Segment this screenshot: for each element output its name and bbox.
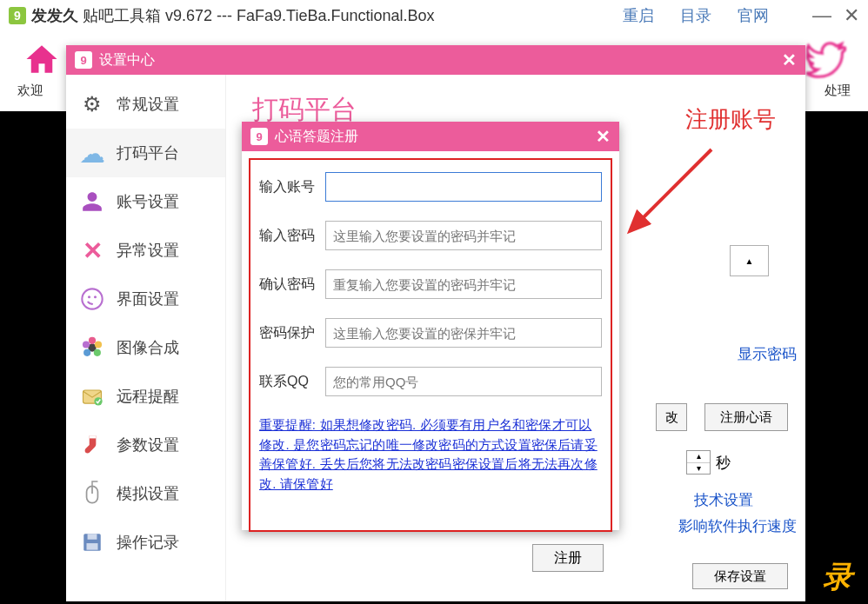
- nav-label: 打码平台: [117, 143, 179, 163]
- seconds-spinner: ▴▾ 秒: [686, 450, 731, 475]
- annotation-label: 注册账号: [685, 104, 776, 135]
- dialog-logo-icon: 9: [250, 128, 268, 145]
- nav-account[interactable]: 账号设置: [66, 177, 225, 226]
- nav-label: 远程提醒: [117, 386, 179, 407]
- nav-label: 模拟设置: [117, 483, 179, 504]
- mouse-icon: [78, 480, 106, 508]
- seconds-unit: 秒: [716, 453, 731, 473]
- svg-point-1: [88, 295, 90, 298]
- nav-label: 界面设置: [117, 289, 179, 309]
- save-settings-button[interactable]: 保存设置: [692, 563, 788, 589]
- title-links: 重启 目录 官网 — ✕: [623, 4, 859, 27]
- close-button[interactable]: ✕: [844, 4, 859, 27]
- nav-image[interactable]: 图像合成: [66, 323, 225, 372]
- show-password-link[interactable]: 显示密码: [738, 344, 797, 364]
- user-icon: [78, 188, 106, 216]
- nav-oprec[interactable]: 操作记录: [66, 518, 225, 567]
- nav-label: 账号设置: [117, 191, 179, 212]
- caret-icon: ▲: [745, 256, 754, 266]
- mail-icon: [78, 382, 106, 410]
- bird-icon[interactable]: [802, 35, 851, 83]
- svg-point-5: [95, 341, 102, 348]
- catalog-link[interactable]: 目录: [680, 5, 711, 26]
- svg-point-8: [83, 341, 90, 348]
- nav-dama[interactable]: ☁ 打码平台: [66, 129, 225, 177]
- settings-sidebar: ⚙ 常规设置 ☁ 打码平台 账号设置 ✕ 异常设置 界面设置: [66, 75, 226, 601]
- settings-dialog-title: 设置中心: [99, 51, 155, 70]
- password-input[interactable]: [325, 221, 602, 250]
- right-toolbar-label: 处理: [825, 83, 851, 99]
- register-submit-button[interactable]: 注册: [532, 544, 604, 572]
- minimize-button[interactable]: —: [812, 4, 831, 27]
- confirm-label: 确认密码: [259, 275, 325, 294]
- qq-input[interactable]: [325, 367, 602, 396]
- settings-close-button[interactable]: ✕: [782, 50, 797, 70]
- svg-point-7: [83, 349, 90, 356]
- nav-params[interactable]: 参数设置: [66, 421, 225, 469]
- account-label: 输入账号: [259, 178, 325, 196]
- floppy-icon: [78, 528, 106, 556]
- svg-rect-15: [88, 534, 97, 540]
- svg-point-6: [94, 349, 101, 356]
- nav-label: 常规设置: [117, 94, 179, 115]
- flower-icon: [78, 334, 106, 362]
- dialog-logo-icon: 9: [75, 51, 92, 69]
- qq-label: 联系QQ: [259, 373, 325, 391]
- svg-point-2: [94, 295, 97, 298]
- password-label: 输入密码: [259, 227, 325, 245]
- nav-label: 参数设置: [117, 435, 179, 455]
- protect-input[interactable]: [325, 318, 602, 348]
- restart-link[interactable]: 重启: [623, 5, 654, 26]
- nav-exception[interactable]: ✕ 异常设置: [66, 226, 225, 275]
- home-icon[interactable]: [17, 35, 66, 83]
- nav-label: 异常设置: [117, 240, 179, 261]
- modify-button[interactable]: 改: [656, 403, 687, 431]
- svg-rect-11: [90, 435, 97, 438]
- welcome-label: 欢迎: [17, 83, 43, 99]
- sock-icon: [78, 431, 106, 459]
- platform-dropdown[interactable]: ▲: [730, 245, 769, 276]
- account-input[interactable]: [325, 172, 602, 202]
- register-close-button[interactable]: ✕: [596, 126, 611, 147]
- svg-rect-16: [87, 543, 98, 550]
- x-icon: ✕: [78, 236, 106, 264]
- nav-interface[interactable]: 界面设置: [66, 275, 225, 323]
- nav-remote[interactable]: 远程提醒: [66, 372, 225, 421]
- app-logo-icon: 9: [9, 7, 26, 24]
- register-dialog-header: 9 心语答题注册 ✕: [242, 122, 619, 151]
- corner-text: 录: [823, 557, 852, 597]
- nav-label: 操作记录: [117, 532, 179, 553]
- nav-general[interactable]: ⚙ 常规设置: [66, 80, 225, 129]
- gear-icon: ⚙: [78, 90, 106, 118]
- tech-settings-link[interactable]: 技术设置: [694, 490, 753, 510]
- register-note: 重要提醒: 如果想修改密码. 必须要有用户名和密保才可以修改. 是您密码忘记的唯…: [259, 415, 602, 494]
- app-title: 发发久 贴吧工具箱 v9.672 --- FaFa9.TieBa.Functio…: [31, 5, 435, 26]
- register-dialog: 9 心语答题注册 ✕ 输入账号 输入密码 确认密码 密码保护 联系QQ: [242, 122, 619, 530]
- settings-dialog-header: 9 设置中心 ✕: [66, 45, 805, 75]
- confirm-input[interactable]: [325, 269, 602, 299]
- register-dialog-title: 心语答题注册: [275, 128, 358, 146]
- spinner-control[interactable]: ▴▾: [686, 450, 711, 475]
- svg-point-0: [82, 289, 102, 309]
- titlebar: 9 发发久 贴吧工具箱 v9.672 --- FaFa9.TieBa.Funct…: [0, 0, 868, 31]
- register-xy-button[interactable]: 注册心语: [704, 403, 788, 431]
- protect-label: 密码保护: [259, 324, 325, 342]
- smile-icon: [78, 285, 106, 313]
- svg-point-4: [89, 337, 96, 344]
- cloud-icon: ☁: [78, 139, 106, 167]
- nav-label: 图像合成: [117, 337, 179, 358]
- nav-simulate[interactable]: 模拟设置: [66, 469, 225, 518]
- speed-link[interactable]: 影响软件执行速度: [678, 516, 797, 536]
- official-link[interactable]: 官网: [738, 5, 769, 26]
- register-form: 输入账号 输入密码 确认密码 密码保护 联系QQ 重要提醒: 如果想修改密码. …: [249, 158, 612, 532]
